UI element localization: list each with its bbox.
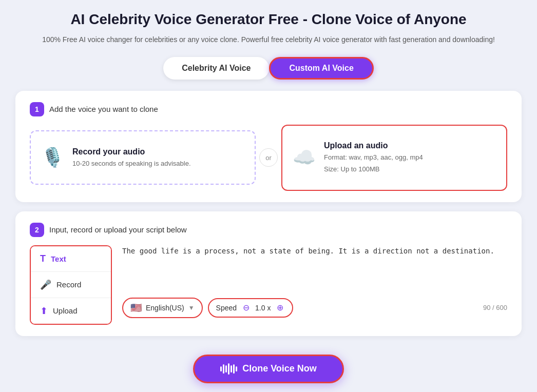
script-textarea[interactable]: The good life is a process, not a state … xyxy=(122,245,507,291)
speed-label: Speed xyxy=(216,304,237,312)
record-tab-icon: 🎤 xyxy=(40,279,51,290)
char-count: 90 / 600 xyxy=(483,304,507,311)
cloud-upload-icon: ☁️ xyxy=(293,147,316,168)
script-tab-upload[interactable]: ⬆ Upload xyxy=(31,298,111,324)
section1-card: 1 Add the voice you want to clone 🎙️ Rec… xyxy=(15,91,522,202)
record-tab-label: Record xyxy=(56,280,81,289)
speed-value: 1.0 x xyxy=(255,304,271,312)
language-selector[interactable]: 🇺🇸 English(US) ▼ xyxy=(122,298,203,318)
page-subtitle: 100% Free AI voice changer for celebriti… xyxy=(15,34,522,45)
clone-voice-button[interactable]: Clone Voice Now xyxy=(193,355,344,383)
upload-option[interactable]: ☁️ Upload an audio Format: wav, mp3, aac… xyxy=(281,125,507,191)
waveform-icon xyxy=(220,363,237,375)
step1-badge: 1 xyxy=(30,102,44,116)
record-desc: 10-20 seconds of speaking is advisable. xyxy=(72,159,191,169)
script-controls: 🇺🇸 English(US) ▼ Speed ⊖ 1.0 x ⊕ 90 / 60… xyxy=(122,298,507,318)
section2-header: 2 Input, record or upload your script be… xyxy=(30,223,507,237)
controls-left: 🇺🇸 English(US) ▼ Speed ⊖ 1.0 x ⊕ xyxy=(122,298,293,318)
tab-custom[interactable]: Custom AI Voice xyxy=(269,57,373,80)
script-tab-text[interactable]: T Text xyxy=(31,246,111,272)
us-flag-icon: 🇺🇸 xyxy=(130,302,142,313)
language-label: English(US) xyxy=(146,304,184,312)
section1-header: 1 Add the voice you want to clone xyxy=(30,102,507,116)
clone-button-wrapper: Clone Voice Now xyxy=(15,345,522,383)
step2-badge: 2 xyxy=(30,223,44,237)
upload-tab-icon: ⬆ xyxy=(40,305,48,317)
clone-button-label: Clone Voice Now xyxy=(242,363,317,374)
upload-size: Size: Up to 100MB xyxy=(324,164,423,174)
tab-celebrity[interactable]: Celebrity AI Voice xyxy=(163,57,269,80)
script-right: The good life is a process, not a state … xyxy=(122,245,507,325)
text-tab-icon: T xyxy=(40,253,46,264)
script-section: T Text 🎤 Record ⬆ Upload The good life i… xyxy=(30,245,507,325)
tab-switcher: Celebrity AI Voice Custom AI Voice xyxy=(15,57,522,80)
text-tab-label: Text xyxy=(51,254,66,263)
or-circle: or xyxy=(259,148,278,167)
record-option[interactable]: 🎙️ Record your audio 10-20 seconds of sp… xyxy=(30,130,256,185)
section1-label: Add the voice you want to clone xyxy=(49,105,158,113)
section2-label: Input, record or upload your script belo… xyxy=(49,225,187,234)
section2-card: 2 Input, record or upload your script be… xyxy=(15,211,522,336)
microphone-icon: 🎙️ xyxy=(41,147,64,168)
or-divider: or xyxy=(256,148,281,167)
record-title: Record your audio xyxy=(72,147,191,156)
page-title: AI Celebrity Voice Generator Free - Clon… xyxy=(15,10,522,29)
upload-format: Format: wav, mp3, aac, ogg, mp4 xyxy=(324,152,423,163)
speed-control: Speed ⊖ 1.0 x ⊕ xyxy=(208,298,294,318)
upload-title: Upload an audio xyxy=(324,141,423,150)
script-tabs: T Text 🎤 Record ⬆ Upload xyxy=(30,245,112,325)
speed-increase-button[interactable]: ⊕ xyxy=(275,303,285,313)
chevron-down-icon: ▼ xyxy=(188,304,195,311)
audio-options: 🎙️ Record your audio 10-20 seconds of sp… xyxy=(30,125,507,191)
script-tab-record[interactable]: 🎤 Record xyxy=(31,272,111,298)
upload-tab-label: Upload xyxy=(53,306,78,315)
speed-decrease-button[interactable]: ⊖ xyxy=(241,303,251,313)
